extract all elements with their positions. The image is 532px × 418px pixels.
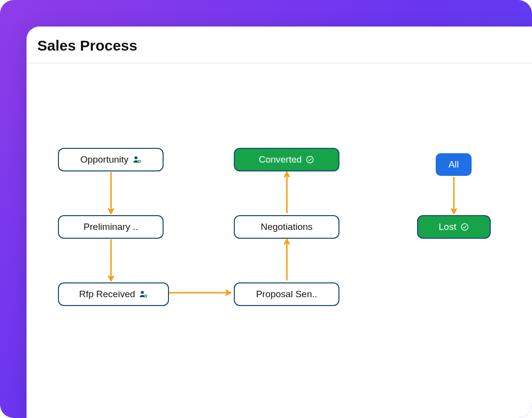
node-proposal[interactable]: Proposal Sen.. (234, 282, 339, 306)
node-converted[interactable]: Converted (234, 148, 339, 171)
user-plus-icon (133, 155, 141, 164)
node-preliminary[interactable]: Preliminary .. (58, 215, 164, 239)
node-label: Proposal Sen.. (256, 289, 317, 300)
node-label: Lost (439, 222, 456, 232)
svg-point-10 (307, 156, 314, 163)
page-title: Sales Process (27, 27, 532, 63)
check-circle-icon (460, 223, 469, 231)
check-circle-icon (306, 155, 314, 164)
node-label: All (448, 159, 459, 170)
svg-point-8 (141, 291, 144, 294)
node-all[interactable]: All (436, 153, 472, 176)
node-label: Rfp Received (79, 289, 135, 300)
svg-point-11 (461, 223, 468, 230)
diagram-canvas: Opportunity Preliminary .. Rfp Received … (27, 63, 532, 418)
node-label: Opportunity (80, 154, 128, 165)
node-label: Preliminary .. (84, 222, 138, 232)
node-lost[interactable]: Lost (417, 215, 491, 239)
node-negotiations[interactable]: Negotiations (234, 215, 339, 239)
edges-layer (27, 63, 532, 418)
user-plus-icon (139, 290, 148, 299)
node-label: Converted (259, 154, 302, 165)
node-rfp[interactable]: Rfp Received (58, 282, 169, 306)
node-opportunity[interactable]: Opportunity (58, 148, 164, 171)
node-label: Negotiations (261, 222, 313, 232)
gradient-frame: Sales Process (0, 0, 532, 418)
content-panel: Sales Process (27, 27, 532, 418)
svg-point-6 (134, 156, 137, 159)
